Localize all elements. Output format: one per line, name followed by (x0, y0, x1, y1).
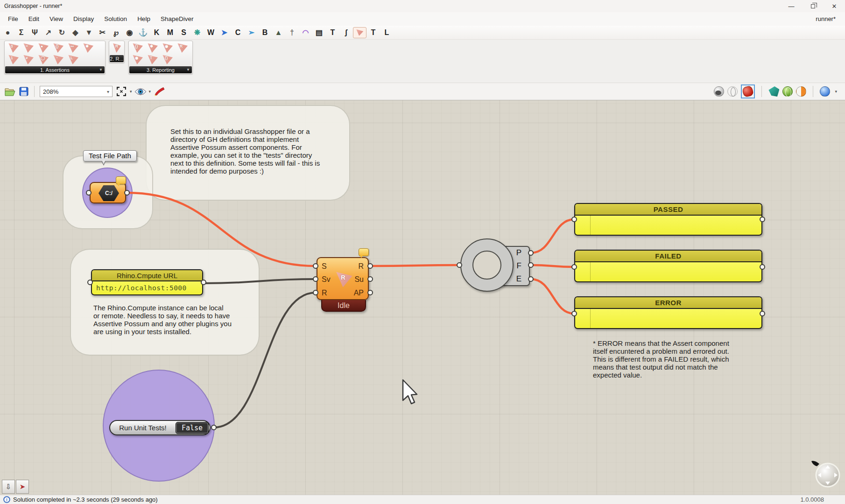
reporting-component-icon[interactable]: T (147, 54, 158, 65)
assert-component-icon[interactable]: ◯ (38, 54, 49, 65)
weaverbird-icon[interactable]: W (204, 27, 218, 38)
spiral-icon[interactable]: ↻ (55, 27, 69, 38)
connector-nub[interactable] (87, 280, 93, 285)
chevron-down-icon[interactable]: ▾ (149, 89, 151, 94)
hexagon-icon[interactable]: ● (1, 27, 14, 38)
result-panel-error[interactable]: ERROR (574, 296, 762, 329)
connector-nub[interactable] (528, 250, 534, 256)
connector-nub[interactable] (528, 262, 534, 268)
curl-icon[interactable]: ℘ (109, 27, 123, 38)
sigma-icon[interactable]: Σ (14, 27, 28, 38)
toggle-value[interactable]: False (176, 422, 209, 434)
connector-nub[interactable] (457, 262, 462, 268)
file-path-component[interactable]: C:/ (90, 182, 126, 203)
connector-nub[interactable] (528, 276, 534, 282)
preview-shaded-button-selected[interactable] (741, 84, 755, 98)
connector-nub[interactable] (201, 280, 206, 285)
minimize-button[interactable]: — (781, 0, 802, 12)
t-letter-icon-2[interactable]: T (366, 27, 380, 38)
only-draw-selected-icon[interactable] (768, 86, 779, 97)
navigation-ball-icon[interactable] (810, 457, 843, 490)
connector-nub[interactable] (367, 290, 373, 295)
anchor-icon[interactable]: ⚓ (136, 27, 150, 38)
assert-component-icon[interactable]: {} (53, 42, 64, 53)
reporting-component-icon[interactable]: ✱ (147, 42, 158, 53)
connector-nub[interactable] (760, 217, 765, 222)
assert-component-icon[interactable]: ✱ (83, 42, 94, 53)
result-panel-body[interactable] (575, 262, 761, 281)
connector-nub[interactable] (571, 264, 577, 270)
menu-item-help[interactable]: Help (132, 14, 155, 24)
meshedit-icon[interactable]: M (163, 27, 177, 38)
connector-nub[interactable] (313, 263, 318, 269)
result-panel-failed[interactable]: FAILED (574, 250, 762, 282)
zoom-extents-button[interactable] (114, 85, 128, 98)
assert-component-icon[interactable]: L (68, 54, 79, 65)
connector-nub[interactable] (760, 311, 765, 316)
assert-component-icon[interactable]: ⇿ (68, 42, 79, 53)
menu-item-edit[interactable]: Edit (23, 14, 44, 24)
mesh-quality-icon[interactable] (782, 86, 793, 97)
slingshot-icon[interactable]: Ψ (28, 27, 42, 38)
connector-nub[interactable] (211, 425, 217, 430)
palette-tab-label-runner[interactable]: 2. R... (110, 55, 124, 62)
menu-item-view[interactable]: View (44, 14, 68, 24)
assert-component-icon[interactable]: ≠ (23, 54, 34, 65)
assert-component-icon[interactable]: = (23, 42, 34, 53)
palette-tab-label-reporting[interactable]: 3. Reporting ▼ (129, 66, 192, 73)
reporting-component-icon[interactable]: R (177, 42, 188, 53)
bird-icon[interactable]: ➤ (218, 27, 231, 38)
droplet-icon[interactable]: ◆ (69, 27, 82, 38)
reporting-component-icon[interactable]: {} (162, 54, 173, 65)
url-panel[interactable]: Rhino.Cmpute URL http://localhost:5000 (91, 269, 203, 295)
kangaroo-icon[interactable]: K (150, 27, 163, 38)
menu-item-file[interactable]: File (3, 14, 23, 24)
save-button[interactable] (17, 85, 31, 98)
preview-off-icon[interactable] (714, 86, 724, 97)
l-letter-icon[interactable]: L (380, 27, 394, 38)
c-letter-icon[interactable]: C (231, 27, 245, 38)
connector-nub[interactable] (367, 276, 373, 282)
connector-nub[interactable] (760, 264, 765, 270)
assert-component-icon[interactable]: 1 (8, 54, 19, 65)
maximize-button[interactable] (802, 0, 824, 12)
connector-nub[interactable] (367, 263, 373, 269)
url-panel-value[interactable]: http://localhost:5000 (92, 281, 202, 294)
merge-ring-icon[interactable] (460, 238, 514, 292)
reporting-component-icon[interactable]: ◉ (162, 42, 173, 53)
t-letter-icon-1[interactable]: T (326, 27, 339, 38)
menu-item-shapediver[interactable]: ShapeDiver (155, 14, 199, 24)
funnel-icon[interactable]: ▼ (82, 27, 96, 38)
eye-glyph-icon[interactable]: ◉ (123, 27, 136, 38)
b-letter-icon[interactable]: B (258, 27, 272, 38)
assert-component-icon[interactable]: ● (38, 42, 49, 53)
connector-nub[interactable] (313, 290, 318, 295)
document-icon[interactable]: ▤ (312, 27, 326, 38)
rainbow-arc-icon[interactable]: ◠ (299, 27, 312, 38)
result-panel-body[interactable] (575, 216, 761, 235)
mountain-icon[interactable]: ▲ (272, 27, 285, 38)
lasso-icon[interactable]: ʃ (339, 27, 353, 38)
run-tests-toggle[interactable]: Run Unit Tests! False (109, 420, 211, 435)
reporting-component-icon[interactable]: {} (132, 42, 143, 53)
runner-component[interactable]: S Sv R R Su AP R (317, 257, 369, 300)
open-file-button[interactable] (3, 85, 17, 98)
zoom-level-select[interactable]: 208% ▾ (40, 86, 113, 97)
definition-canvas[interactable]: Set this to an individual Grasshopper fi… (0, 100, 845, 495)
menu-item-solution[interactable]: Solution (99, 14, 132, 24)
sketch-button[interactable] (152, 85, 166, 98)
connector-nub[interactable] (571, 217, 577, 222)
result-panel-body[interactable] (575, 309, 761, 328)
component-tag-icon[interactable] (359, 248, 369, 256)
runner-component-icon[interactable]: R (113, 42, 121, 53)
scissors-icon[interactable]: ✂ (96, 27, 109, 38)
canvas-widget-pointer-button[interactable]: ➤ (16, 480, 29, 494)
canvas-widgets-icon[interactable] (820, 86, 830, 97)
reporting-component-icon[interactable]: ◉ (132, 54, 143, 65)
chevron-down-icon[interactable]: ▾ (835, 89, 837, 94)
palette-tab-label-assertions[interactable]: 1. Assertions ▼ (5, 66, 105, 73)
menu-item-display[interactable]: Display (68, 14, 99, 24)
sporph-icon[interactable]: S (177, 27, 190, 38)
turtle-icon[interactable]: ❋ (190, 27, 204, 38)
connector-nub[interactable] (86, 190, 92, 196)
